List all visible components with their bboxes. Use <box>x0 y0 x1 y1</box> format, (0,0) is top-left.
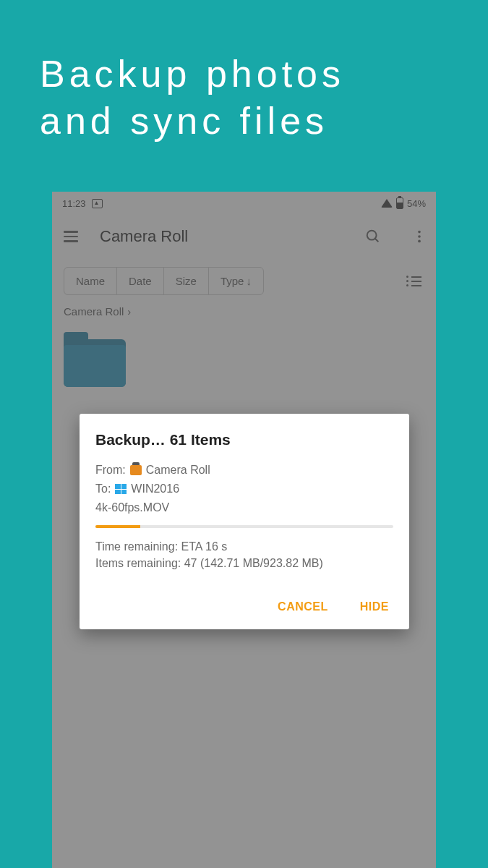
promo-title: Backup photos and sync files <box>0 0 488 145</box>
backup-dialog: Backup… 61 Items From: Camera Roll To: W… <box>80 414 409 629</box>
dialog-from-row: From: Camera Roll <box>95 461 393 479</box>
current-file: 4k-60fps.MOV <box>95 499 393 516</box>
camera-roll-icon <box>130 465 142 475</box>
cancel-button[interactable]: CANCEL <box>273 595 333 619</box>
from-value: Camera Roll <box>146 461 210 479</box>
progress-bar <box>95 525 393 528</box>
dialog-to-row: To: WIN2016 <box>95 480 393 498</box>
dialog-info: Time remaining: ETA 16 s Items remaining… <box>95 538 393 571</box>
windows-icon <box>115 484 127 494</box>
from-label: From: <box>95 461 126 479</box>
to-value: WIN2016 <box>131 480 179 498</box>
to-label: To: <box>95 480 111 498</box>
dialog-title: Backup… 61 Items <box>95 431 393 448</box>
hide-button[interactable]: HIDE <box>356 595 393 619</box>
items-remaining: Items remaining: 47 (142.71 MB/923.82 MB… <box>95 555 393 571</box>
promo-line2: and sync files <box>40 98 452 145</box>
progress-fill <box>95 525 140 528</box>
promo-line1: Backup photos <box>40 51 452 98</box>
time-remaining: Time remaining: ETA 16 s <box>95 538 393 555</box>
